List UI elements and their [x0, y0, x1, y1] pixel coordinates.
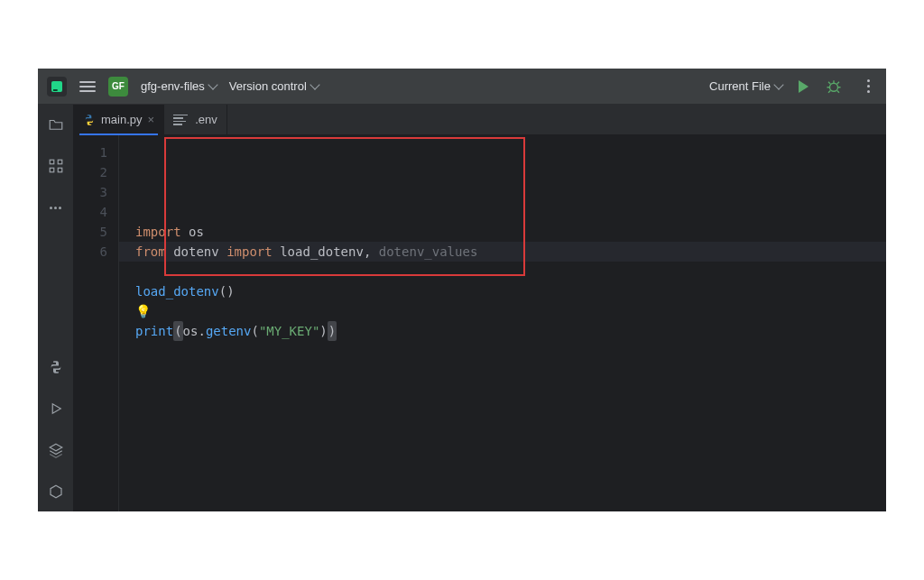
debug-button[interactable] [825, 78, 843, 95]
code-token: import [135, 222, 181, 242]
code-token: print [135, 321, 173, 341]
tab-label: main.py [101, 113, 143, 126]
hexagon-icon [48, 483, 64, 500]
code-token: () [219, 281, 235, 301]
main-menu-button[interactable] [79, 81, 96, 92]
intention-bulb-icon[interactable]: 💡 [135, 301, 151, 321]
editor-area: main.py×.env 123456 import osfrom dotenv… [74, 105, 886, 511]
code-token: , [364, 242, 379, 262]
code-token: import [226, 242, 273, 262]
vcs-selector[interactable]: Version control [229, 79, 319, 93]
left-tool-stripe [38, 105, 74, 511]
pycharm-logo-icon [50, 79, 64, 94]
more-tools-button[interactable] [45, 197, 67, 218]
code-line[interactable]: 💡 [135, 301, 886, 321]
python-file-icon [83, 114, 96, 126]
code-line[interactable]: from dotenv import load_dotenv, dotenv_v… [135, 242, 886, 262]
folder-icon [48, 116, 64, 133]
structure-tool-button[interactable] [45, 155, 67, 177]
bug-icon [826, 78, 842, 95]
main-toolbar: GF gfg-env-files Version control Current… [38, 69, 886, 105]
more-actions-button[interactable] [859, 79, 877, 93]
code-line[interactable]: import os [135, 222, 886, 242]
code-token: dotenv_values [379, 242, 478, 262]
editor-tabs: main.py×.env [74, 105, 886, 135]
layers-tool-button[interactable] [45, 439, 67, 461]
run-config-selector[interactable]: Current File [709, 79, 782, 93]
code-token: from [135, 242, 166, 262]
svg-rect-1 [53, 89, 58, 90]
text-file-icon [173, 115, 188, 125]
code-line[interactable] [135, 262, 886, 281]
layers-icon [48, 442, 64, 458]
code-token: load_dotenv [135, 281, 219, 301]
code-token: os [183, 321, 199, 341]
run-button[interactable] [799, 80, 808, 93]
code-token: ) [319, 321, 327, 341]
code-line[interactable]: load_dotenv() [135, 281, 886, 301]
run-tool-button[interactable] [45, 398, 67, 419]
toolbar-right: Current File [709, 78, 877, 95]
editor-tab[interactable]: .env [164, 105, 227, 134]
services-tool-button[interactable] [45, 481, 67, 502]
toolbar-left: GF gfg-env-files Version control [47, 77, 319, 97]
code-token: getenv [206, 321, 252, 341]
structure-icon [48, 158, 64, 174]
ide-window: GF gfg-env-files Version control Current… [38, 69, 886, 511]
app-logo-icon[interactable] [47, 77, 67, 97]
svg-rect-5 [50, 168, 54, 172]
editor-tab[interactable]: main.py× [74, 105, 164, 134]
project-badge: GF [108, 77, 128, 97]
run-config-label: Current File [709, 79, 771, 93]
svg-point-2 [830, 83, 838, 91]
code-token: ( [251, 321, 258, 341]
code-area[interactable]: import osfrom dotenv import load_dotenv,… [119, 135, 886, 511]
chevron-down-icon [773, 79, 783, 89]
project-tool-button[interactable] [45, 114, 67, 135]
tab-label: .env [195, 113, 217, 126]
project-name-label: gfg-env-files [141, 79, 205, 93]
gutter: 123456 [74, 135, 119, 511]
code-token: ( [173, 321, 182, 341]
python-console-button[interactable] [45, 356, 67, 378]
code-token: dotenv [166, 242, 226, 262]
chevron-down-icon [310, 79, 319, 89]
ide-body: main.py×.env 123456 import osfrom dotenv… [38, 105, 886, 511]
code-line[interactable]: print(os.getenv("MY_KEY")) [135, 321, 886, 341]
project-selector[interactable]: gfg-env-files [141, 79, 217, 93]
code-token: load_dotenv [273, 242, 364, 262]
close-tab-icon[interactable]: × [148, 113, 155, 126]
play-outline-icon [48, 400, 64, 417]
svg-rect-4 [58, 160, 62, 164]
vcs-label: Version control [229, 79, 307, 93]
python-icon [48, 359, 64, 375]
code-token: os [181, 222, 204, 242]
code-token: . [198, 321, 205, 341]
code-token: ) [328, 321, 337, 341]
chevron-down-icon [208, 79, 217, 89]
code-editor[interactable]: 123456 import osfrom dotenv import load_… [74, 135, 886, 511]
code-token: "MY_KEY" [259, 321, 319, 341]
svg-rect-3 [50, 160, 54, 164]
svg-rect-6 [58, 168, 62, 172]
